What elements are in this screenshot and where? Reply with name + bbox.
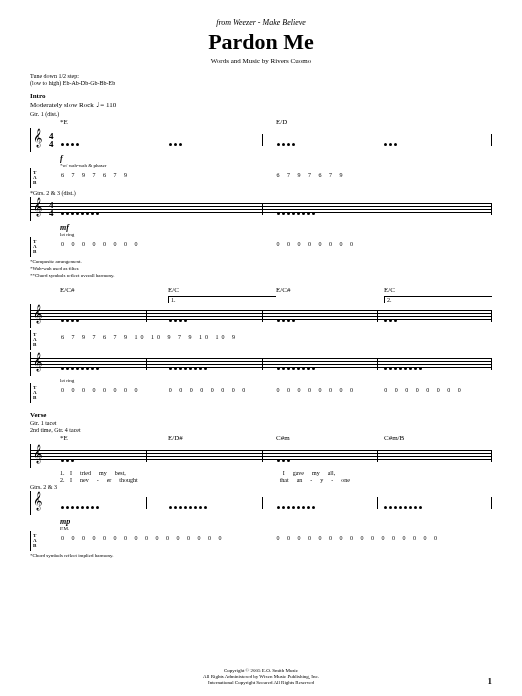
sheet-music-page: from Weezer - Make Believe Pardon Me Wor… (0, 0, 522, 696)
time-signature: 4 4 (49, 132, 54, 148)
source-line: from Weezer - Make Believe (30, 18, 492, 27)
treble-clef: 𝄞 (33, 130, 42, 146)
copyright-footer: Copyright © 2005 E.O. Smith Music All Ri… (30, 668, 492, 686)
staff-gtr1: 𝄞 4 4 (30, 128, 492, 152)
dynamic-f: f (60, 154, 492, 163)
staff-gtr23: 𝄞 4 4 (30, 197, 492, 221)
tuning-info: Tune down 1/2 step: (low to high) Eb-Ab-… (30, 73, 492, 86)
song-title: Pardon Me (30, 29, 492, 55)
footnote-composite: *Composite arrangement. (30, 259, 492, 264)
dynamic-mp: mp (60, 517, 492, 526)
footnote-chords: **Chord symbols reflect overall harmony. (30, 273, 492, 278)
section-verse: Verse (30, 411, 492, 419)
gtr23-label: *Gtrs. 2 & 3 (dist.) (30, 190, 492, 196)
dynamic-mf: mf (60, 223, 492, 232)
tab-label: T A B (33, 170, 37, 185)
system-verse: *E E/D# C#m C#m/B 𝄞 1. I tried my (30, 434, 492, 558)
lyrics-line-1: 1. I tried my best, I gave my all, (30, 470, 492, 476)
endings: 1. 2. (30, 296, 492, 303)
system-1: *E E/D 𝄞 4 4 f *w/ wah-wah & phaser (30, 118, 492, 278)
page-number: 1 (488, 676, 493, 686)
credits: Words and Music by Rivers Cuomo (30, 57, 492, 65)
tempo-marking: Moderately slow Rock ♩ = 110 (30, 101, 492, 109)
tab-gtr1: T A B 6 7 9 7 6 7 9 6 7 9 7 6 7 9 (30, 168, 492, 188)
footnote-wah: *Wah-wah used as filter. (30, 266, 492, 271)
vocal-staff: 𝄞 (30, 444, 492, 468)
chord-row: *E E/D (30, 118, 492, 126)
gtr1-label: Gtr. 1 (dist.) (30, 111, 492, 117)
tab-gtr23: T A B 0 0 0 0 0 0 0 0 0 0 0 0 0 0 0 0 (30, 237, 492, 257)
system-2: E/C# E/C E/C# E/C 1. 2. 𝄞 (30, 286, 492, 403)
section-intro: Intro (30, 92, 492, 100)
header: from Weezer - Make Believe Pardon Me Wor… (30, 18, 492, 65)
lyrics-line-2: 2. I nev - er thought that an - y - one (30, 477, 492, 483)
